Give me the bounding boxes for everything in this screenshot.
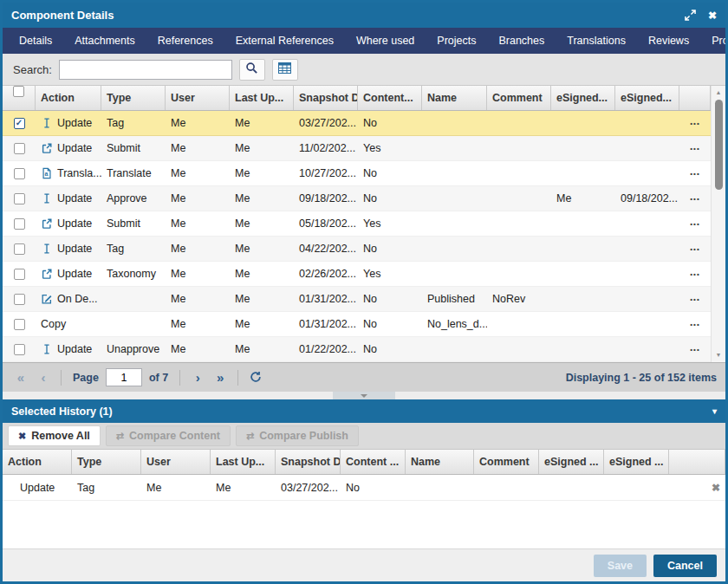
- share-icon: [41, 268, 53, 280]
- row-menu-button[interactable]: •••: [690, 336, 699, 362]
- column-header-content[interactable]: Content...: [358, 86, 422, 110]
- row-menu-button[interactable]: •••: [690, 211, 699, 237]
- row-checkbox[interactable]: [14, 294, 25, 305]
- search-input[interactable]: [59, 60, 232, 80]
- type-cell: Approve: [101, 186, 166, 211]
- compare-publish-label: Compare Publish: [259, 430, 348, 442]
- row-checkbox[interactable]: [14, 168, 25, 179]
- tab-where-used[interactable]: Where used: [345, 28, 426, 54]
- row-menu-button[interactable]: •••: [690, 311, 699, 337]
- selected-column-header-content[interactable]: Content ...: [341, 450, 406, 474]
- column-header-user[interactable]: User: [166, 86, 230, 110]
- column-header-type[interactable]: Type: [101, 86, 166, 110]
- maximize-icon[interactable]: [685, 10, 696, 21]
- vertical-scrollbar[interactable]: ▲ ▼: [711, 86, 725, 362]
- row-menu-button[interactable]: •••: [690, 261, 699, 287]
- save-button[interactable]: Save: [594, 555, 647, 577]
- scroll-down-icon[interactable]: ▼: [716, 351, 722, 360]
- column-header-comment[interactable]: Comment: [487, 86, 551, 110]
- selected-history-table: ActionTypeUserLast Up...Snapshot DaConte…: [3, 450, 725, 501]
- selected-column-header-action[interactable]: Action: [3, 450, 72, 474]
- content-cell: No: [358, 186, 422, 211]
- table-row[interactable]: ✓UpdateTagMeMe03/27/202...No•••: [3, 111, 711, 136]
- selected-column-header-last_updated[interactable]: Last Up...: [211, 450, 276, 474]
- tab-reviews[interactable]: Reviews: [637, 28, 700, 54]
- page-input[interactable]: [106, 368, 142, 386]
- selected-column-header-name[interactable]: Name: [406, 450, 474, 474]
- table-row[interactable]: aTransla...TranslateMeMe10/27/202...No••…: [3, 161, 711, 186]
- column-header-name[interactable]: Name: [422, 86, 487, 110]
- type-cell: Tag: [101, 111, 166, 135]
- row-checkbox-cell: [3, 243, 36, 255]
- row-checkbox[interactable]: [14, 269, 25, 280]
- first-page-button[interactable]: «: [11, 371, 30, 384]
- row-menu-cell: •••: [679, 160, 711, 186]
- panel-splitter[interactable]: [3, 392, 725, 399]
- row-menu-button[interactable]: •••: [690, 236, 699, 262]
- row-checkbox[interactable]: ✓: [14, 118, 25, 129]
- tab-details[interactable]: Details: [8, 28, 63, 54]
- table-row[interactable]: On De...MeMe01/31/202...NoPublishedNoRev…: [3, 287, 711, 312]
- row-menu-button[interactable]: •••: [690, 160, 699, 186]
- tab-branches[interactable]: Branches: [487, 28, 556, 54]
- action-cell: On De...: [36, 287, 101, 311]
- next-page-button[interactable]: ›: [188, 371, 207, 384]
- table-row[interactable]: CopyMeMe01/31/202...NoNo_lens_d...•••: [3, 312, 711, 337]
- tab-attachments[interactable]: Attachments: [63, 28, 146, 54]
- scroll-up-icon[interactable]: ▲: [716, 88, 722, 97]
- row-menu-button[interactable]: •••: [690, 110, 699, 136]
- row-menu-button[interactable]: •••: [690, 185, 699, 211]
- compare-icon: ⇄: [246, 431, 254, 442]
- close-icon[interactable]: ✖: [708, 10, 717, 21]
- table-row[interactable]: UpdateTaxonomyMeMe02/26/202...Yes•••: [3, 262, 711, 287]
- column-header-esigned_date[interactable]: eSigned...: [615, 86, 679, 110]
- prev-page-button[interactable]: ‹: [34, 371, 53, 384]
- selected-history-header[interactable]: Selected History (1) ▾: [3, 399, 725, 423]
- last_updated-cell: Me: [230, 312, 294, 336]
- selected-column-header-user[interactable]: User: [141, 450, 211, 474]
- tab-translations[interactable]: Translations: [556, 28, 637, 54]
- last-page-button[interactable]: »: [211, 371, 230, 384]
- remove-row-button[interactable]: ✖: [712, 476, 720, 500]
- column-header-action[interactable]: Action: [36, 86, 101, 110]
- compare-content-button[interactable]: ⇄ Compare Content: [106, 425, 231, 446]
- row-checkbox[interactable]: [14, 218, 25, 230]
- column-header-last_updated[interactable]: Last Up...: [230, 86, 294, 110]
- tab-properties[interactable]: Properties: [700, 28, 728, 54]
- table-row[interactable]: UpdateApproveMeMe09/18/202...NoMe09/18/2…: [3, 186, 711, 211]
- selected-column-header-esigned_by[interactable]: eSigned ...: [539, 450, 604, 474]
- column-header-esigned_by[interactable]: eSigned...: [551, 86, 615, 110]
- search-button[interactable]: [239, 59, 265, 81]
- tab-projects[interactable]: Projects: [426, 28, 487, 54]
- table-row[interactable]: UpdateSubmitMeMe11/02/202...Yes•••: [3, 136, 711, 161]
- cancel-button[interactable]: Cancel: [653, 555, 717, 577]
- compare-publish-button[interactable]: ⇄ Compare Publish: [236, 425, 359, 446]
- refresh-icon: [250, 371, 262, 385]
- panel-collapse-icon[interactable]: ▾: [712, 406, 717, 416]
- selected-column-header-type[interactable]: Type: [72, 450, 141, 474]
- remove-all-button[interactable]: ✖ Remove All: [8, 425, 101, 446]
- ellipsis-icon: •••: [690, 120, 699, 127]
- row-checkbox[interactable]: [14, 243, 25, 255]
- select-all-checkbox[interactable]: [13, 86, 24, 97]
- table-row[interactable]: UpdateTagMeMe04/22/202...No•••: [3, 237, 711, 262]
- row-checkbox[interactable]: [14, 143, 25, 154]
- selected-column-header-esigned_date[interactable]: eSigned ...: [604, 450, 669, 474]
- tab-external-references[interactable]: External References: [224, 28, 345, 54]
- selected-column-header-comment[interactable]: Comment: [474, 450, 539, 474]
- row-menu-button[interactable]: •••: [690, 135, 699, 161]
- column-header-snapshot_date[interactable]: Snapshot D: [294, 86, 358, 110]
- row-menu-button[interactable]: •••: [690, 286, 699, 312]
- row-checkbox[interactable]: [14, 344, 25, 355]
- table-row[interactable]: UpdateSubmitMeMe05/18/202...Yes•••: [3, 211, 711, 237]
- refresh-button[interactable]: [246, 371, 265, 385]
- tab-references[interactable]: References: [146, 28, 224, 54]
- selected-history-table-header: ActionTypeUserLast Up...Snapshot DaConte…: [3, 450, 725, 475]
- selected-column-header-snapshot_date[interactable]: Snapshot Da: [276, 450, 341, 474]
- table-row[interactable]: UpdateUnapproveMeMe01/22/202...No•••: [3, 337, 711, 362]
- row-checkbox[interactable]: [14, 319, 25, 330]
- collapse-handle[interactable]: [333, 392, 395, 399]
- scrollbar-thumb[interactable]: [715, 100, 723, 190]
- row-checkbox[interactable]: [14, 193, 25, 204]
- column-config-button[interactable]: [272, 59, 298, 81]
